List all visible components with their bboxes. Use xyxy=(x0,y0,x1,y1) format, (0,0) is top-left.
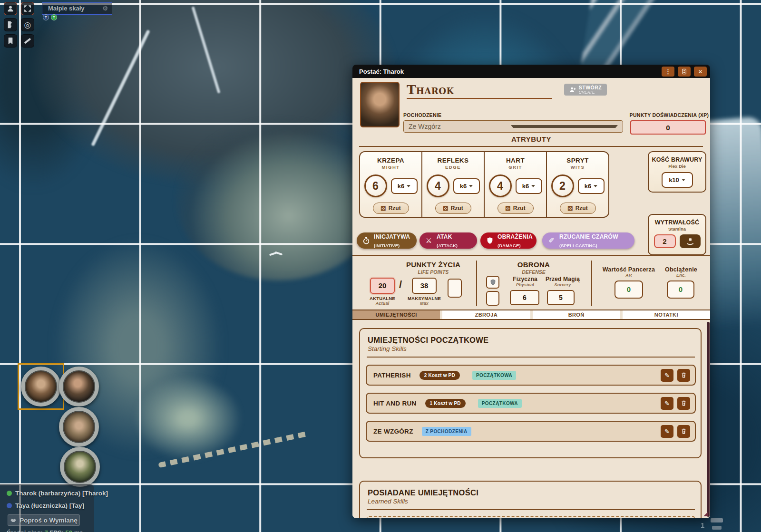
tab-armor[interactable]: ZBROJA xyxy=(442,310,530,319)
attribute-value[interactable]: 4 xyxy=(427,174,449,197)
create-label: STWÓRZ xyxy=(579,85,602,90)
handshake-icon xyxy=(10,518,17,523)
player-row[interactable]: Taya (łuczniczka) [Tay] xyxy=(7,502,94,509)
trash-icon xyxy=(681,400,687,406)
attribute-die-select[interactable]: k6 xyxy=(578,178,605,194)
roll-button[interactable]: ⚄Rzut xyxy=(498,203,534,214)
armor-sublabel: AR xyxy=(600,273,657,278)
window-titlebar[interactable]: Postać: Tharok ⋮ × xyxy=(352,65,710,78)
stats-band: PUNKTY ŻYCIA LIFE POINTS 20 / 38 AKTUALN… xyxy=(352,255,710,310)
token-taya[interactable] xyxy=(59,367,99,406)
flex-die-select[interactable]: k10 xyxy=(662,172,693,188)
window-resize-handle[interactable] xyxy=(703,512,708,516)
defense-physical-input[interactable]: 6 xyxy=(510,290,539,305)
origin-select[interactable]: Ze Wzgórz xyxy=(403,120,623,133)
token-character-4[interactable] xyxy=(60,447,100,487)
tool-select-token-button[interactable] xyxy=(4,2,17,15)
player-row[interactable]: Tharok (barbarzyńca) [Tharok] xyxy=(7,490,94,497)
roll-button[interactable]: ⚄Rzut xyxy=(435,203,471,214)
window-close-button[interactable]: × xyxy=(694,67,707,77)
tool-target-button[interactable]: ◎ xyxy=(21,18,34,31)
attack-button[interactable]: ⚔ ATAK(ATTACK) xyxy=(420,232,477,249)
spellcasting-button[interactable]: ✐ RZUCANIE CZARÓW(SPELLCASTING) xyxy=(542,232,634,249)
scene-nav-item[interactable]: Małpie skały ⚙ xyxy=(42,2,112,15)
scene-user-badge: T xyxy=(51,14,57,20)
gear-icon[interactable]: ⚙ xyxy=(102,3,108,14)
damage-button[interactable]: OBRAŻENIA(DAMAGE) xyxy=(480,232,537,249)
skill-name: HIT AND RUN xyxy=(373,400,417,407)
window-title: Postać: Tharok xyxy=(359,68,658,75)
delete-skill-button[interactable] xyxy=(677,397,690,410)
stamina-input[interactable]: 2 xyxy=(654,234,676,248)
attribute-value[interactable]: 2 xyxy=(551,174,574,197)
player-name: Taya (łuczniczka) [Tay] xyxy=(15,502,84,509)
character-name[interactable]: Tharok xyxy=(407,83,454,97)
request-trade-button[interactable]: Poproś o Wymianę xyxy=(8,514,80,526)
skill-badge: POCZĄTKOWA xyxy=(478,399,522,408)
window-sheet-config-button[interactable] xyxy=(678,67,691,77)
tab-notes[interactable]: NOTATKI xyxy=(623,310,710,319)
stamina-roll-button[interactable] xyxy=(680,234,701,248)
scene-user-badge: T xyxy=(43,14,49,20)
character-portrait[interactable] xyxy=(360,82,400,127)
skill-row: HIT AND RUN 1 Koszt w PD POCZĄTKOWA ✎ xyxy=(366,393,696,414)
skill-drop-zone[interactable] xyxy=(367,516,695,518)
encumbrance-value-input[interactable]: 0 xyxy=(667,281,694,299)
bookmark-icon xyxy=(7,37,14,45)
token-character-3[interactable] xyxy=(59,407,99,447)
defense-sorcery-sublabel: Sorcery xyxy=(545,282,580,287)
attribute-die-select[interactable]: k6 xyxy=(391,178,418,194)
person-icon xyxy=(7,5,14,12)
stopwatch-icon xyxy=(362,237,370,245)
life-max-label: MAKSYMALNE xyxy=(408,296,441,301)
player-status-dot xyxy=(7,503,12,508)
tab-skills[interactable]: UMIEJĘTNOŚCI xyxy=(352,310,440,319)
window-menu-button[interactable]: ⋮ xyxy=(662,67,674,77)
roll-button[interactable]: ⚄Rzut xyxy=(373,203,409,214)
chevron-down-icon xyxy=(511,125,618,128)
life-points-title: PUNKTY ŻYCIA xyxy=(362,261,505,269)
token-tharok[interactable] xyxy=(21,367,61,406)
close-icon: × xyxy=(699,68,702,75)
attribute-card-wits: SPRYT WITS 2 k6 ⚄Rzut xyxy=(547,152,608,217)
xp-input[interactable]: 0 xyxy=(630,120,706,135)
player-name: Tharok (barbarzyńca) [Tharok] xyxy=(15,490,108,497)
defense-extra-box[interactable] xyxy=(486,291,499,306)
delete-skill-button[interactable] xyxy=(677,425,690,438)
edit-skill-button[interactable]: ✎ xyxy=(661,425,673,438)
starting-skills-title: UMIEJĘTNOŚCI POCZĄTKOWE xyxy=(366,336,696,345)
tool-measure-button[interactable] xyxy=(21,34,34,48)
tool-ruler-button[interactable] xyxy=(4,18,17,31)
initiative-button[interactable]: INICJATYWA(INITIATIVE) xyxy=(357,232,417,249)
armor-value-input[interactable]: 0 xyxy=(615,281,643,299)
tab-weapons[interactable]: BROŃ xyxy=(533,310,620,319)
character-sheet-window: Postać: Tharok ⋮ × Tharok STWÓRZ CREATE … xyxy=(352,65,710,518)
tool-bookmark-button[interactable] xyxy=(4,34,17,48)
attribute-die-select[interactable]: k6 xyxy=(516,178,542,194)
die-icon: ⚄ xyxy=(505,205,510,212)
attribute-value[interactable]: 6 xyxy=(364,174,387,197)
defense-sorcery-input[interactable]: 5 xyxy=(547,290,575,305)
life-separator: / xyxy=(399,279,402,291)
life-max-input[interactable]: 38 xyxy=(412,278,437,294)
attribute-die-select[interactable]: k6 xyxy=(453,178,480,194)
life-extra-box[interactable] xyxy=(448,279,462,298)
content-scrollbar[interactable] xyxy=(707,322,710,517)
learned-skills-subtitle: Learned Skills xyxy=(366,498,696,505)
delete-skill-button[interactable] xyxy=(677,369,690,382)
chevron-down-icon xyxy=(407,185,410,187)
life-current-input[interactable]: 20 xyxy=(370,278,395,294)
flex-die-box: KOŚĆ BRAWURY Flex Die k10 xyxy=(648,151,706,193)
edit-skill-button[interactable]: ✎ xyxy=(661,369,673,382)
attribute-card-might: KRZEPA MIGHT 6 k6 ⚄Rzut xyxy=(360,152,422,217)
roll-button[interactable]: ⚄Rzut xyxy=(560,203,596,214)
viewport: 1 ◎ Małpie skały ⚙ T T Tharok (barbarzyń… xyxy=(0,0,761,532)
skill-row: ZE WZGÓRZ Z POCHODZENIA ✎ xyxy=(366,421,696,442)
create-button[interactable]: STWÓRZ CREATE xyxy=(564,84,607,96)
edit-skill-button[interactable]: ✎ xyxy=(661,397,673,410)
map-marker xyxy=(712,526,722,530)
defense-shield-toggle[interactable] xyxy=(486,276,499,289)
divider xyxy=(476,261,477,306)
attribute-value[interactable]: 4 xyxy=(489,174,512,197)
tool-select-region-button[interactable] xyxy=(21,2,34,15)
